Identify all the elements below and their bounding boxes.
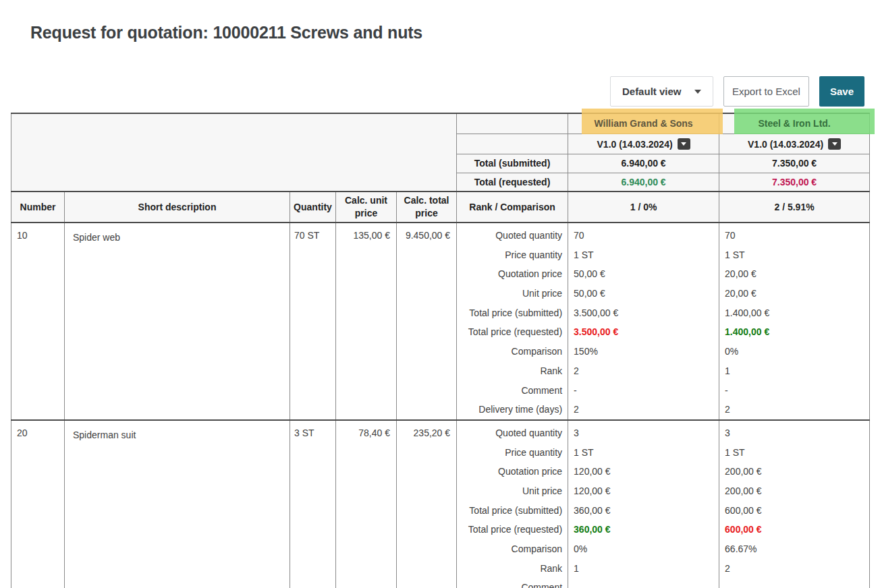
supplier-1-rank-comparison: 1 / 0%	[568, 192, 719, 223]
detail-labels-cell: Quoted quantity Price quantity Quotation…	[457, 420, 568, 588]
top-blank-cell	[11, 113, 457, 192]
blank-label-cell	[457, 134, 568, 154]
detail-value: 1 ST	[719, 245, 869, 265]
total-submitted-label: Total (submitted)	[457, 154, 568, 173]
supplier-1-offer-cell: 3 1 ST 120,00 € 120,00 € 360,00 € 360,00…	[568, 420, 719, 588]
item-calc-total-price: 235,20 €	[397, 420, 457, 588]
detail-value-requested: 1.400,00 €	[719, 322, 869, 342]
caret-down-icon	[681, 142, 686, 146]
detail-value	[568, 578, 719, 588]
item-description: Spiderman suit	[65, 420, 290, 588]
detail-value: 3	[719, 423, 869, 443]
detail-label: Quotation price	[457, 462, 568, 481]
detail-value: 150%	[568, 342, 719, 361]
detail-value: 1.400,00 €	[719, 303, 869, 323]
total-requested-label: Total (requested)	[457, 173, 568, 192]
supplier-1-total-requested: 6.940,00 €	[568, 173, 719, 192]
detail-value: 1	[568, 559, 719, 579]
detail-value: 120,00 €	[568, 462, 719, 481]
detail-value: 2	[568, 361, 719, 381]
page-title: Request for quotation: 10000211 Screws a…	[30, 23, 422, 42]
version-dropdown-button[interactable]	[828, 138, 841, 150]
chevron-down-icon	[694, 90, 701, 94]
detail-label: Comment	[457, 578, 568, 588]
detail-label: Price quantity	[457, 245, 568, 265]
item-description: Spider web	[65, 223, 290, 420]
detail-value: 1 ST	[719, 443, 869, 463]
detail-value: 70	[568, 226, 719, 245]
col-header-short-description: Short description	[65, 192, 290, 223]
view-select-value: Default view	[622, 86, 682, 97]
detail-value: 1	[719, 361, 869, 381]
detail-label: Price quantity	[457, 443, 568, 463]
save-button[interactable]: Save	[819, 76, 864, 107]
rfq-comparison-page: Request for quotation: 10000211 Screws a…	[0, 0, 880, 588]
export-to-excel-button[interactable]: Export to Excel	[723, 76, 809, 107]
version-label: V1.0 (14.03.2024)	[748, 139, 823, 150]
toolbar: Default view Export to Excel Save	[610, 76, 864, 107]
detail-label: Quoted quantity	[457, 226, 568, 245]
total-requested-value: 6.940,00 €	[621, 177, 665, 187]
supplier-2-rank-comparison: 2 / 5.91%	[719, 192, 870, 223]
detail-value: 70	[719, 226, 869, 245]
detail-label: Comment	[457, 381, 568, 401]
comparison-table: William Grand & Sons Steel & Iron Ltd. V…	[11, 113, 870, 588]
col-header-calc-total-price: Calc. total price	[397, 192, 457, 223]
item-quantity: 70 ST	[290, 223, 336, 420]
item-calc-unit-price: 78,40 €	[336, 420, 397, 588]
supplier-1-version-cell: V1.0 (14.03.2024)	[568, 134, 719, 154]
detail-value: 200,00 €	[719, 462, 869, 481]
item-quantity: 3 ST	[290, 420, 336, 588]
detail-value: 0%	[719, 342, 869, 361]
detail-label: Total price (submitted)	[457, 303, 568, 323]
detail-value-requested: 360,00 €	[568, 520, 719, 539]
supplier-1-offer-cell: 70 1 ST 50,00 € 50,00 € 3.500,00 € 3.500…	[568, 223, 719, 420]
detail-value: 600,00 €	[719, 501, 869, 521]
detail-label: Delivery time (days)	[457, 400, 568, 419]
detail-value-requested: 3.500,00 €	[568, 322, 719, 342]
caret-down-icon	[832, 142, 837, 146]
col-header-calc-unit-price: Calc. unit price	[336, 192, 397, 223]
supplier-2-header: Steel & Iron Ltd.	[719, 113, 870, 134]
item-row-10: 10 Spider web 70 ST 135,00 € 9.450,00 € …	[11, 223, 870, 420]
version-label: V1.0 (14.03.2024)	[597, 139, 673, 150]
col-header-rank-comparison: Rank / Comparison	[457, 192, 568, 223]
detail-value: -	[568, 381, 719, 401]
detail-label: Total price (requested)	[457, 520, 568, 539]
detail-label: Rank	[457, 361, 568, 381]
detail-label: Comparison	[457, 539, 568, 559]
item-number: 20	[11, 420, 65, 588]
detail-value	[719, 578, 869, 588]
detail-label: Rank	[457, 559, 568, 579]
view-select[interactable]: Default view	[610, 76, 713, 107]
supplier-2-offer-cell: 3 1 ST 200,00 € 200,00 € 600,00 € 600,00…	[719, 420, 870, 588]
detail-value: 66.67%	[719, 539, 869, 559]
detail-value: 2	[719, 559, 869, 579]
detail-value: -	[719, 381, 869, 401]
detail-value: 50,00 €	[568, 284, 719, 303]
column-header-row: Number Short description Quantity Calc. …	[11, 192, 870, 223]
detail-value: 200,00 €	[719, 481, 869, 501]
detail-labels-cell: Quoted quantity Price quantity Quotation…	[457, 223, 568, 420]
detail-value: 360,00 €	[568, 501, 719, 521]
detail-label: Total price (submitted)	[457, 501, 568, 521]
detail-value: 50,00 €	[568, 264, 719, 284]
supplier-2-total-submitted: 7.350,00 €	[719, 154, 870, 173]
supplier-2-offer-cell: 70 1 ST 20,00 € 20,00 € 1.400,00 € 1.400…	[719, 223, 870, 420]
detail-value: 2	[568, 400, 719, 419]
supplier-name-row: William Grand & Sons Steel & Iron Ltd.	[11, 113, 870, 134]
detail-value: 1 ST	[568, 443, 719, 463]
item-calc-total-price: 9.450,00 €	[397, 223, 457, 420]
detail-value: 3	[568, 423, 719, 443]
supplier-2-total-requested: 7.350,00 €	[719, 173, 870, 192]
supplier-1-header: William Grand & Sons	[568, 113, 719, 134]
comparison-table-wrap: William Grand & Sons Steel & Iron Ltd. V…	[11, 113, 869, 588]
detail-value: 120,00 €	[568, 481, 719, 501]
detail-label: Unit price	[457, 481, 568, 501]
detail-label: Comparison	[457, 342, 568, 361]
detail-value: 3.500,00 €	[568, 303, 719, 323]
detail-label: Unit price	[457, 284, 568, 303]
version-dropdown-button[interactable]	[678, 138, 690, 150]
blank-label-cell	[457, 113, 568, 134]
supplier-1-total-submitted: 6.940,00 €	[568, 154, 719, 173]
